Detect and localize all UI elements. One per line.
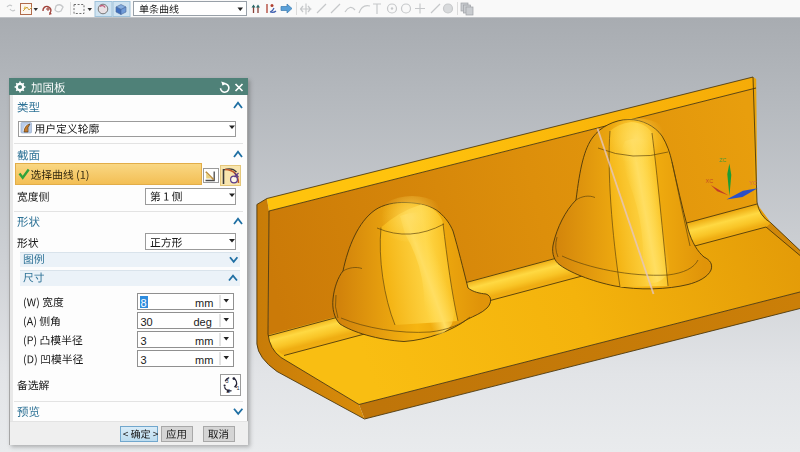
svg-text:2: 2	[227, 388, 230, 394]
svg-text:3: 3	[226, 378, 229, 384]
svg-text:mm: mm	[195, 335, 213, 347]
svg-text:deg: deg	[194, 316, 212, 328]
svg-text:1: 1	[237, 385, 240, 391]
svg-text:30: 30	[141, 316, 153, 328]
svg-text:8: 8	[141, 297, 147, 309]
svg-text:3: 3	[141, 335, 147, 347]
svg-text:mm: mm	[195, 297, 213, 309]
svg-text:mm: mm	[195, 354, 213, 366]
svg-text:3: 3	[141, 354, 147, 366]
